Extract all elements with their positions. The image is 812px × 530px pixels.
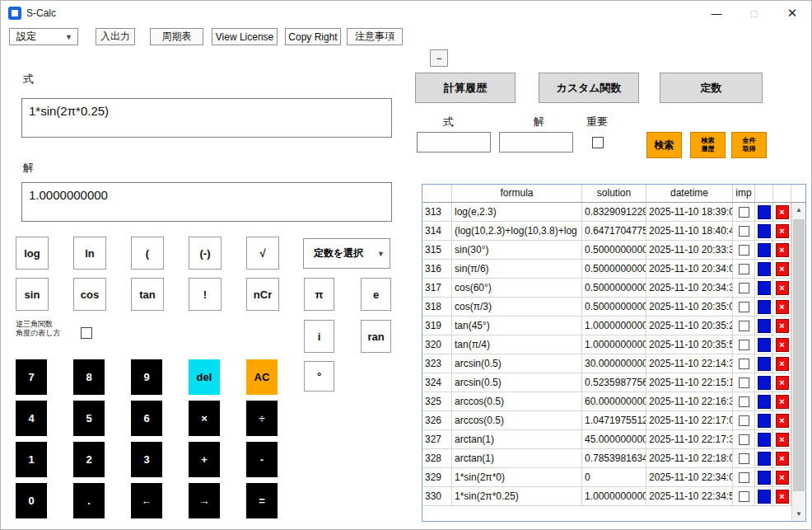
scroll-down-icon[interactable]: ▼ [792, 507, 805, 521]
scroll-up-icon[interactable]: ▲ [792, 203, 805, 217]
solution-input[interactable]: 1.0000000000 [21, 182, 392, 222]
search-solution-input[interactable] [499, 132, 573, 152]
key-7[interactable]: 7 [16, 359, 47, 395]
copyright-button[interactable]: Copy Right [285, 28, 341, 45]
minimize-button[interactable]: — [698, 1, 735, 26]
constants-button[interactable]: 定数 [660, 73, 763, 103]
log-button[interactable]: log [16, 237, 49, 270]
imp-checkbox[interactable] [739, 340, 749, 350]
key-+[interactable]: + [189, 442, 220, 477]
row-action-button[interactable] [758, 319, 771, 333]
factorial-button[interactable]: ! [189, 278, 222, 311]
row-action-button[interactable] [758, 414, 771, 428]
row-action-button[interactable] [758, 338, 771, 352]
row-delete-button[interactable]: × [776, 224, 789, 238]
row-action-button[interactable] [758, 281, 771, 295]
negate-button[interactable]: (-) [189, 237, 222, 270]
imp-checkbox[interactable] [739, 434, 749, 445]
row-action-button[interactable] [758, 262, 771, 276]
row-delete-button[interactable]: × [776, 281, 789, 295]
fetch-all-button[interactable]: 全件 取得 [731, 132, 767, 158]
key-6[interactable]: 6 [131, 401, 162, 436]
row-delete-button[interactable]: × [776, 357, 789, 371]
row-action-button[interactable] [758, 433, 771, 447]
view-license-button[interactable]: View License [212, 28, 278, 45]
row-action-button[interactable] [758, 224, 771, 238]
row-delete-button[interactable]: × [776, 414, 789, 428]
custom-function-button[interactable]: カスタム関数 [539, 73, 639, 103]
grid-vertical-scrollbar[interactable]: ▲ ▼ [791, 203, 805, 521]
search-button[interactable]: 検索 [646, 132, 682, 158]
search-formula-input[interactable] [417, 132, 491, 152]
imp-checkbox[interactable] [739, 226, 749, 237]
key-del[interactable]: del [189, 359, 220, 395]
search-history-button[interactable]: 検索 履歴 [690, 132, 726, 158]
row-delete-button[interactable]: × [776, 262, 789, 276]
imp-checkbox[interactable] [739, 453, 749, 464]
periodic-table-button[interactable]: 周期表 [150, 28, 203, 45]
key-5[interactable]: 5 [73, 401, 105, 436]
row-action-button[interactable] [758, 300, 771, 314]
row-delete-button[interactable]: × [776, 243, 789, 257]
io-button[interactable]: 入出力 [96, 28, 135, 45]
imaginary-button[interactable]: i [304, 320, 334, 353]
imp-checkbox[interactable] [739, 302, 749, 312]
key-1[interactable]: 1 [16, 442, 47, 477]
constant-select-dropdown[interactable]: 定数を選択 ▼ [303, 238, 390, 269]
imp-checkbox[interactable] [739, 207, 749, 218]
key-×[interactable]: × [189, 401, 220, 436]
imp-checkbox[interactable] [739, 472, 749, 483]
row-delete-button[interactable]: × [776, 433, 789, 447]
key-.[interactable]: . [73, 483, 105, 518]
row-action-button[interactable] [758, 205, 771, 219]
row-delete-button[interactable]: × [776, 300, 789, 314]
imp-checkbox[interactable] [739, 283, 749, 293]
notes-button[interactable]: 注意事項 [347, 28, 403, 45]
row-delete-button[interactable]: × [776, 490, 789, 504]
key-0[interactable]: 0 [16, 483, 47, 518]
collapse-panel-button[interactable]: − [430, 49, 448, 67]
maximize-button[interactable]: □ [735, 1, 773, 26]
tan-button[interactable]: tan [131, 278, 164, 311]
key-←[interactable]: ← [131, 483, 162, 518]
e-button[interactable]: e [361, 278, 391, 311]
row-action-button[interactable] [758, 395, 771, 409]
imp-checkbox[interactable] [739, 321, 749, 331]
key-9[interactable]: 9 [131, 359, 162, 395]
key-÷[interactable]: ÷ [246, 401, 278, 436]
imp-checkbox[interactable] [739, 359, 749, 369]
row-delete-button[interactable]: × [776, 376, 789, 390]
paren-button[interactable]: ( [131, 237, 164, 270]
row-delete-button[interactable]: × [776, 395, 789, 409]
key-3[interactable]: 3 [131, 442, 162, 477]
imp-checkbox[interactable] [739, 378, 749, 388]
row-action-button[interactable] [758, 471, 771, 485]
row-action-button[interactable] [758, 243, 771, 257]
sin-button[interactable]: sin [16, 278, 49, 311]
row-delete-button[interactable]: × [776, 319, 789, 333]
key--[interactable]: - [246, 442, 278, 477]
row-delete-button[interactable]: × [776, 452, 789, 466]
calc-history-button[interactable]: 計算履歴 [415, 73, 516, 103]
row-action-button[interactable] [758, 357, 771, 371]
pi-button[interactable]: π [304, 278, 334, 311]
imp-checkbox[interactable] [739, 415, 749, 426]
scrollbar-thumb[interactable] [793, 219, 805, 491]
imp-checkbox[interactable] [739, 264, 749, 274]
sqrt-button[interactable]: √ [246, 237, 279, 270]
random-button[interactable]: ran [361, 320, 391, 353]
formula-input[interactable]: 1*sin(2π*0.25) [21, 98, 392, 138]
imp-checkbox[interactable] [739, 491, 749, 502]
key-8[interactable]: 8 [73, 359, 105, 395]
row-action-button[interactable] [758, 452, 771, 466]
row-action-button[interactable] [758, 376, 771, 390]
row-action-button[interactable] [758, 490, 771, 504]
key-4[interactable]: 4 [16, 401, 47, 436]
row-delete-button[interactable]: × [776, 338, 789, 352]
degree-button[interactable]: ° [304, 361, 334, 392]
imp-checkbox[interactable] [739, 396, 749, 407]
key-→[interactable]: → [189, 483, 220, 518]
row-delete-button[interactable]: × [776, 205, 789, 219]
key-AC[interactable]: AC [246, 359, 278, 395]
inverse-trig-checkbox[interactable] [81, 327, 92, 339]
